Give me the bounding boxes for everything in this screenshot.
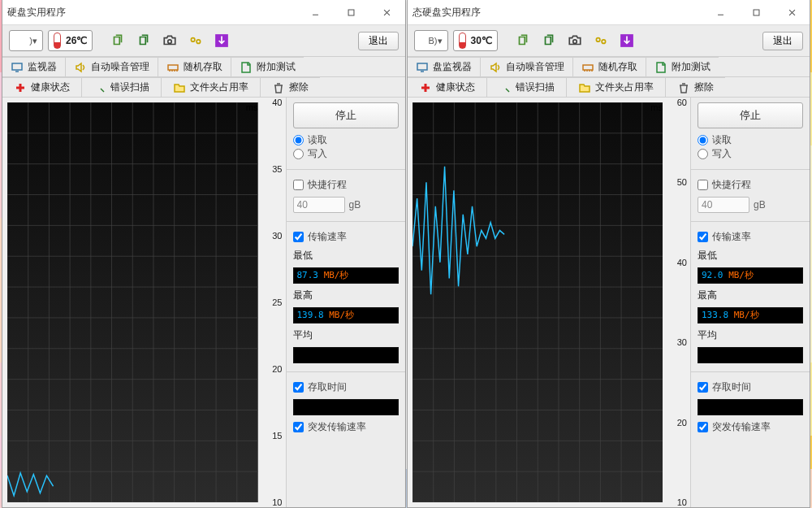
copy2-toolbar-button[interactable] [133,31,154,50]
access-time-checkbox[interactable]: 存取时间 [293,380,399,394]
y-tick: 50 [677,177,687,187]
temperature-chip: 26℃ [48,30,93,51]
gears-toolbar-button[interactable] [590,31,611,50]
mode-group: 读取写入 [293,133,399,161]
tab-plus[interactable]: 健康状态 [408,77,486,97]
window-body: ms605040302010停止读取写入快捷行程gB传输速率最低92.0 MB/… [408,98,810,507]
gears-icon [188,33,203,48]
main-toolbar: B)▾30℃退出 [408,25,810,57]
burst-rate-checkbox[interactable]: 突发传输速率 [698,420,803,434]
down-toolbar-button[interactable] [211,31,232,50]
tab-label: 附加测试 [257,60,296,74]
y-axis-unit: ms [650,102,663,112]
tab-ram[interactable]: 随机存取 [158,57,231,76]
read-radio[interactable]: 读取 [293,133,399,147]
write-radio[interactable]: 写入 [293,147,399,161]
chart-area: ms605040302010 [408,98,691,507]
tab-ram[interactable]: 随机存取 [572,57,646,76]
y-tick: 15 [272,431,282,441]
tab-label: 随机存取 [598,60,637,74]
tab-note[interactable]: 附加测试 [646,57,719,76]
min-readout: 87.3 MB/秒 [293,267,399,284]
app-window: 态硬盘实用程序B)▾30℃退出盘监视器自动噪音管理随机存取附加测试健康状态错误扫… [407,0,811,508]
camera-toolbar-button[interactable] [159,31,180,50]
maximize-button[interactable] [334,0,369,24]
quick-stroke-checkbox[interactable]: 快捷行程 [293,178,399,192]
maximize-button[interactable] [738,0,774,24]
tab-folder[interactable]: 文件夹占用率 [566,77,665,97]
max-readout: 133.8 MB/秒 [698,307,803,323]
tabs-row-2: 健康状态错误扫描文件夹占用率擦除 [2,77,405,98]
read-radio[interactable]: 读取 [698,133,803,147]
ram-icon [581,61,594,74]
drive-selector[interactable]: )▾ [9,30,43,51]
access-readout [698,399,803,415]
tab-lens[interactable]: 错误扫描 [81,77,161,97]
max-readout-label: 最高 [293,289,399,302]
y-tick: 20 [677,418,687,428]
folder-icon [173,81,186,94]
min-readout-label: 最低 [698,249,803,263]
tab-label: 健康状态 [436,80,475,94]
down-icon [214,33,229,48]
copy2-icon [136,33,151,48]
camera-toolbar-button[interactable] [564,31,585,50]
stop-button[interactable]: 停止 [698,102,803,128]
tab-monitor[interactable]: 盘监视器 [408,57,480,76]
max-readout-label: 最高 [698,289,803,302]
y-tick: 10 [272,497,282,507]
burst-rate-checkbox[interactable]: 突发传输速率 [293,420,399,434]
lens-icon [499,81,512,94]
tab-speaker[interactable]: 自动噪音管理 [65,57,158,76]
transfer-rate-checkbox[interactable]: 传输速率 [698,230,803,244]
tab-plus[interactable]: 健康状态 [2,77,81,97]
tab-trash[interactable]: 擦除 [260,77,320,97]
chevron-down-icon: ▾ [438,36,443,46]
minimize-button[interactable] [298,0,334,24]
write-radio[interactable]: 写入 [698,147,803,161]
gears-toolbar-button[interactable] [185,31,206,50]
close-button[interactable] [369,0,405,24]
tabs-row-1: 盘监视器自动噪音管理随机存取附加测试 [408,57,810,77]
y-tick: 30 [677,337,687,347]
tab-trash[interactable]: 擦除 [665,77,725,97]
quick-value-input[interactable] [698,197,749,213]
tab-label: 擦除 [694,80,714,94]
copy2-toolbar-button[interactable] [538,31,559,50]
tab-note[interactable]: 附加测试 [231,57,304,76]
tab-speaker[interactable]: 自动噪音管理 [480,57,572,76]
y-tick: 60 [677,98,687,107]
quick-value-row: gB [698,197,803,213]
window-title: 硬盘实用程序 [7,6,298,20]
drive-selector[interactable]: B)▾ [414,30,448,51]
tab-label: 监视器 [28,60,57,74]
line-chart [412,102,663,502]
close-button[interactable] [774,0,810,24]
copy-toolbar-button[interactable] [107,31,128,50]
plus-icon [419,81,432,94]
gears-icon [594,33,608,48]
minimize-button[interactable] [702,0,738,24]
note-icon [654,61,667,74]
tab-label: 盘监视器 [433,60,472,74]
down-toolbar-button[interactable] [616,31,637,50]
exit-button[interactable]: 退出 [762,32,803,50]
camera-icon [162,33,177,48]
tab-folder[interactable]: 文件夹占用率 [161,77,260,97]
exit-button[interactable]: 退出 [358,32,399,50]
tab-label: 自动噪音管理 [91,60,149,74]
window-body: ms40353025201510停止读取写入快捷行程gB传输速率最低87.3 M… [2,98,405,507]
quick-value-input[interactable] [293,197,345,213]
close-icon [382,8,391,17]
tab-lens[interactable]: 错误扫描 [486,77,566,97]
access-readout [293,399,399,415]
app-window: 硬盘实用程序)▾26℃退出监视器自动噪音管理随机存取附加测试健康状态错误扫描文件… [2,0,406,508]
copy-toolbar-button[interactable] [512,31,533,50]
stop-button[interactable]: 停止 [293,102,399,128]
gb-label: gB [349,199,361,211]
tab-monitor[interactable]: 监视器 [2,57,65,76]
close-icon [788,8,797,17]
access-time-checkbox[interactable]: 存取时间 [698,380,803,394]
quick-stroke-checkbox[interactable]: 快捷行程 [698,178,803,192]
transfer-rate-checkbox[interactable]: 传输速率 [293,230,399,244]
